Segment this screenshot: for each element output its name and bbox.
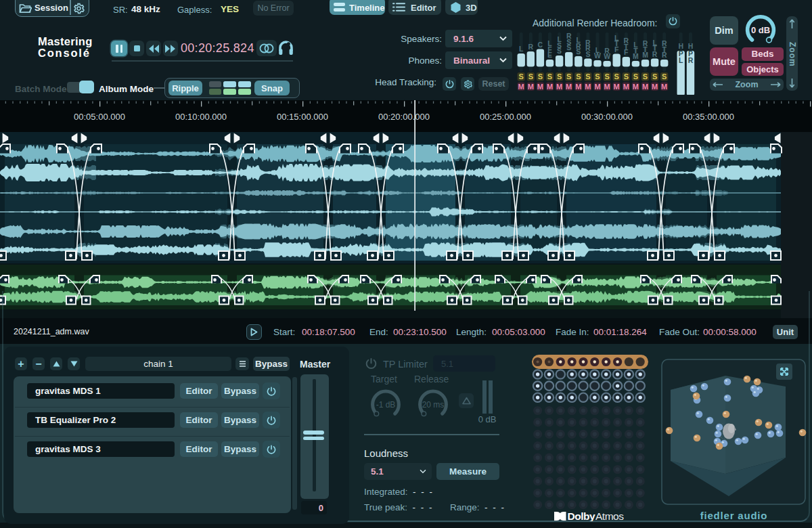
svg-text:S: S: [566, 72, 571, 81]
svg-text:S: S: [557, 72, 562, 81]
svg-text:S: S: [614, 72, 619, 81]
svg-text:S: S: [604, 72, 609, 81]
svg-text:M: M: [661, 83, 667, 91]
svg-text:00:25:00.000: 00:25:00.000: [480, 112, 531, 122]
svg-text:S: S: [557, 47, 562, 55]
svg-text:M: M: [528, 83, 534, 91]
svg-text:M: M: [604, 83, 610, 91]
svg-text:M: M: [652, 83, 658, 91]
svg-text:S: S: [585, 72, 590, 81]
svg-text:M: M: [633, 52, 639, 60]
svg-text:00:10:00.000: 00:10:00.000: [175, 112, 227, 122]
svg-text:R: R: [652, 50, 658, 58]
svg-text:M: M: [623, 83, 629, 91]
svg-text:00:35:00.000: 00:35:00.000: [683, 112, 734, 122]
svg-text:S: S: [528, 72, 533, 81]
svg-text:S: S: [643, 72, 648, 81]
svg-text:M: M: [585, 83, 591, 91]
svg-text:S: S: [624, 72, 629, 81]
svg-text:00:15:00.000: 00:15:00.000: [277, 112, 328, 122]
svg-text:S: S: [576, 47, 581, 56]
svg-text:S: S: [538, 72, 543, 81]
svg-text:00:20:00.000: 00:20:00.000: [378, 112, 430, 122]
svg-text:R: R: [528, 43, 534, 51]
svg-text:Dolby: Dolby: [568, 511, 595, 521]
svg-text:S: S: [547, 72, 552, 81]
svg-text:M: M: [633, 83, 639, 91]
svg-text:M: M: [556, 83, 562, 91]
svg-text:C: C: [538, 41, 543, 49]
svg-text:M: M: [575, 83, 581, 91]
svg-text:Atmos: Atmos: [595, 511, 624, 521]
svg-text:S: S: [519, 72, 524, 81]
svg-text:L: L: [679, 56, 683, 64]
svg-text:E: E: [547, 51, 552, 59]
svg-text:M: M: [642, 83, 648, 91]
svg-text:M: M: [594, 83, 600, 91]
svg-text:R: R: [662, 51, 667, 59]
svg-text:00:05:00.000: 00:05:00.000: [74, 112, 125, 122]
svg-text:W: W: [594, 51, 601, 60]
svg-text:M: M: [642, 51, 648, 59]
svg-text:S: S: [585, 50, 590, 58]
svg-text:R: R: [688, 56, 694, 64]
svg-text:F: F: [624, 48, 629, 56]
svg-text:L: L: [519, 45, 524, 53]
svg-text:M: M: [614, 83, 620, 91]
svg-text:M: M: [518, 83, 524, 91]
svg-text:W: W: [604, 52, 610, 60]
svg-text:S: S: [595, 72, 600, 81]
svg-text:F: F: [614, 45, 619, 53]
svg-text:S: S: [633, 72, 638, 81]
svg-text:M: M: [537, 83, 543, 91]
svg-text:S: S: [566, 43, 571, 51]
svg-text:M: M: [566, 83, 572, 91]
svg-text:S: S: [652, 72, 657, 81]
svg-text:S: S: [662, 72, 667, 81]
svg-text:00:30:00.000: 00:30:00.000: [581, 112, 633, 122]
svg-text:M: M: [547, 83, 553, 91]
svg-text:S: S: [576, 72, 581, 81]
